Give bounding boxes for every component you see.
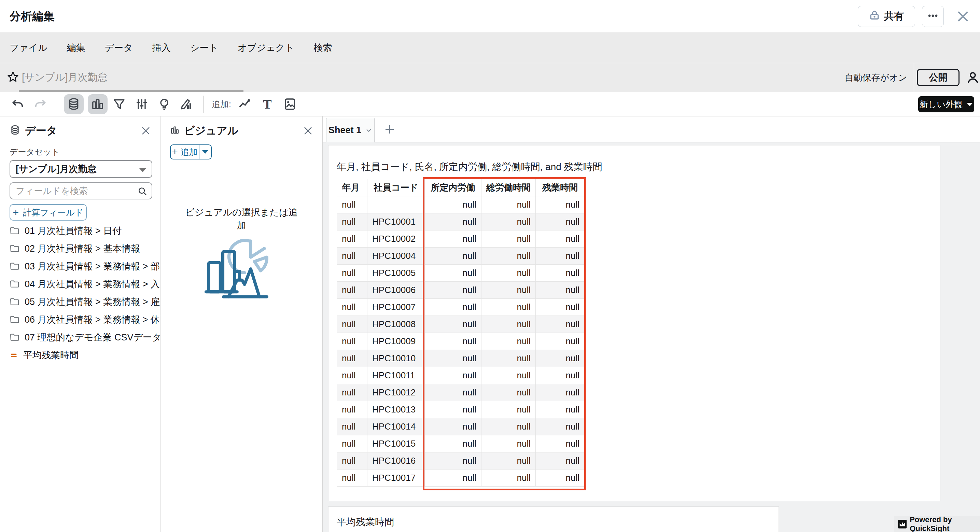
- cell-scheduled-hours: null: [425, 333, 482, 350]
- add-visual-dropdown[interactable]: [199, 145, 211, 159]
- cell-yearmonth: null: [337, 231, 368, 248]
- redo-icon: [33, 97, 48, 111]
- divider: [203, 96, 204, 113]
- column-header[interactable]: 残業時間: [536, 179, 585, 196]
- undo-icon[interactable]: [10, 97, 25, 111]
- database-icon: [10, 125, 21, 137]
- cell-employee-code: HPC10002: [368, 231, 425, 248]
- column-header[interactable]: 年月: [337, 179, 368, 196]
- cell-scheduled-hours: null: [425, 248, 482, 264]
- table-row: null HPC10015 null null null: [337, 435, 585, 452]
- field-folder[interactable]: 04 月次社員情報 > 業務情報 > 入...: [0, 275, 160, 293]
- insights-bulb-icon[interactable]: [157, 97, 172, 111]
- cell-yearmonth: null: [337, 452, 368, 470]
- cell-employee-code: HPC10012: [368, 384, 425, 401]
- field-folder[interactable]: 03 月次社員情報 > 業務情報 > 部...: [0, 258, 160, 275]
- ellipsis-icon: [927, 10, 939, 23]
- cell-overtime-hours: null: [536, 248, 585, 264]
- sheet-canvas: 年月, 社員コード, 氏名, 所定内労働, 総労働時間, and 残業時間 年月…: [323, 142, 980, 532]
- table-visual[interactable]: 年月, 社員コード, 氏名, 所定内労働, 総労働時間, and 残業時間 年月…: [328, 145, 940, 501]
- field-folder[interactable]: 07 理想的なデモ企業 CSVデータ ...: [0, 328, 160, 346]
- field-folder[interactable]: 06 月次社員情報 > 業務情報 > 休職: [0, 311, 160, 328]
- cell-total-hours: null: [482, 470, 536, 487]
- table-row: null HPC10010 null null null: [337, 350, 585, 367]
- menu-item[interactable]: シート: [190, 41, 218, 54]
- cell-total-hours: null: [482, 264, 536, 282]
- close-icon[interactable]: [955, 9, 970, 24]
- calculated-field-item[interactable]: 平均残業時間: [0, 346, 160, 364]
- star-icon[interactable]: [6, 70, 20, 84]
- menu-item[interactable]: 編集: [67, 41, 85, 54]
- analysis-title-bar: 自動保存がオン 公開: [0, 63, 980, 92]
- column-header[interactable]: 社員コード: [368, 179, 425, 196]
- add-calculated-field-button[interactable]: + 計算フィールド: [10, 204, 87, 221]
- table-row: null HPC10017 null null null: [337, 470, 585, 487]
- menu-item[interactable]: データ: [105, 41, 133, 54]
- menu-item[interactable]: 挿入: [152, 41, 171, 54]
- share-button[interactable]: 共有: [858, 6, 915, 27]
- field-search: [10, 182, 152, 199]
- new-look-button[interactable]: 新しい外観: [918, 96, 974, 112]
- folder-icon: [10, 280, 20, 288]
- menu-item[interactable]: 検索: [314, 41, 332, 54]
- cell-employee-code: HPC10008: [368, 316, 425, 333]
- cell-total-hours: null: [482, 333, 536, 350]
- cell-yearmonth: null: [337, 367, 368, 384]
- tab-sheet1[interactable]: Sheet 1: [326, 118, 375, 142]
- cell-yearmonth: null: [337, 299, 368, 316]
- calculated-field-icon: [10, 351, 18, 360]
- visuals-panel-toggle-bar-chart-icon[interactable]: [88, 94, 108, 114]
- cell-total-hours: null: [482, 231, 536, 248]
- cell-overtime-hours: null: [536, 282, 585, 299]
- close-icon[interactable]: [140, 125, 151, 136]
- search-input[interactable]: [10, 183, 152, 199]
- field-folder[interactable]: 01 月次社員情報 > 日付: [0, 222, 160, 240]
- table-row: null HPC10012 null null null: [337, 384, 585, 401]
- more-options-button[interactable]: [922, 6, 944, 27]
- text-tool-icon[interactable]: T: [260, 97, 275, 111]
- analysis-name-input[interactable]: [22, 70, 234, 85]
- cell-scheduled-hours: null: [425, 282, 482, 299]
- sheet-area: Sheet 1 年月, 社員コード, 氏名, 所定内労働, 総労働時間, and…: [323, 116, 980, 532]
- image-tool-icon[interactable]: [282, 97, 298, 111]
- cell-employee-code: HPC10014: [368, 418, 425, 435]
- cell-yearmonth: null: [337, 435, 368, 452]
- powered-by-badge: Powered by QuickSight: [894, 516, 980, 532]
- dataset-dropdown[interactable]: [サンプル]月次勤怠: [10, 160, 152, 178]
- data-panel-title: データ: [25, 124, 57, 138]
- edit-visual-pencil-chart-icon[interactable]: [179, 97, 194, 111]
- menu-item[interactable]: オブジェクト: [238, 41, 294, 54]
- quicksight-logo-icon: [898, 519, 907, 529]
- person-icon[interactable]: [966, 70, 980, 85]
- field-folder[interactable]: 05 月次社員情報 > 業務情報 > 雇...: [0, 293, 160, 311]
- kpi-visual[interactable]: 平均残業時間: [328, 507, 779, 532]
- visual-title: 平均残業時間: [337, 516, 394, 529]
- add-sheet-button[interactable]: [383, 123, 396, 135]
- cell-yearmonth: null: [337, 470, 368, 487]
- cell-scheduled-hours: null: [425, 470, 482, 487]
- chevron-down-icon: [139, 168, 146, 172]
- cell-scheduled-hours: null: [425, 213, 482, 231]
- trend-line-icon[interactable]: [237, 97, 252, 111]
- page-title: 分析編集: [10, 0, 55, 33]
- cell-overtime-hours: null: [536, 264, 585, 282]
- menu-item[interactable]: ファイル: [10, 41, 48, 54]
- column-header[interactable]: 所定内労働: [425, 179, 482, 196]
- publish-button[interactable]: 公開: [917, 69, 959, 86]
- close-icon[interactable]: [302, 125, 313, 136]
- cell-scheduled-hours: null: [425, 452, 482, 470]
- data-panel-toggle-database-icon[interactable]: [64, 94, 84, 114]
- data-table: 年月社員コード所定内労働総労働時間残業時間 null null null: [337, 179, 585, 487]
- parameters-sliders-icon[interactable]: [134, 97, 149, 111]
- column-header[interactable]: 総労働時間: [482, 179, 536, 196]
- data-panel: データ データセット [サンプル]月次勤怠 + 計算フィールド: [0, 116, 161, 532]
- cell-yearmonth: null: [337, 248, 368, 264]
- add-visual-button[interactable]: + 追加: [170, 145, 212, 159]
- cell-total-hours: null: [482, 350, 536, 367]
- cell-yearmonth: null: [337, 401, 368, 418]
- cell-employee-code: HPC10015: [368, 435, 425, 452]
- filter-icon[interactable]: [112, 97, 127, 111]
- charts-illustration: [161, 237, 322, 305]
- field-folder[interactable]: 02 月次社員情報 > 基本情報: [0, 240, 160, 258]
- cell-employee-code: HPC10011: [368, 367, 425, 384]
